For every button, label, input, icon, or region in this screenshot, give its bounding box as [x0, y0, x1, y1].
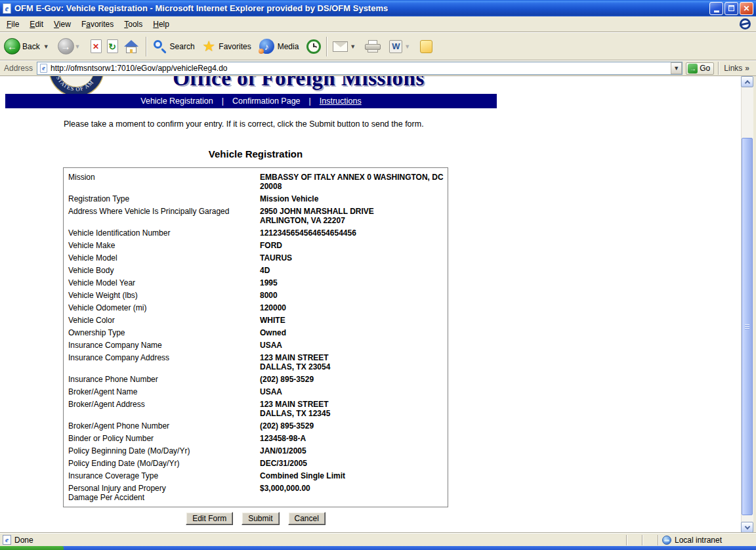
field-row: Insurance Company Address123 MAIN STREET… [64, 351, 448, 373]
address-dropdown-button[interactable]: ▼ [671, 62, 682, 74]
scroll-up-button[interactable] [741, 76, 753, 87]
mail-button[interactable]: ▼ [331, 41, 359, 52]
minimize-button[interactable] [709, 2, 723, 15]
edit-with-word-button[interactable]: W ▼ [388, 40, 413, 53]
field-row: Binder or Policy Number123458-98-A [64, 432, 448, 444]
menu-item-view[interactable]: View [49, 18, 76, 31]
scroll-down-button[interactable] [741, 522, 753, 533]
go-button[interactable]: → Go [686, 62, 714, 75]
status-pane [626, 535, 642, 545]
field-value: 123 MAIN STREET DALLAS, TX 12345 [260, 400, 448, 418]
field-row: Insurance Company NameUSAA [64, 339, 448, 351]
field-row: Insurance Phone Number(202) 895-3529 [64, 373, 448, 385]
print-button[interactable] [363, 40, 383, 53]
form-title: Vehicle Registration [63, 148, 448, 159]
refresh-button[interactable]: ↻ [104, 39, 121, 53]
field-label: Broker/Agent Phone Number [64, 421, 260, 431]
address-bar: Address e http://ofmsntsorw1:7010/eGov/a… [0, 60, 756, 76]
forward-dropdown-icon[interactable]: ▼ [75, 43, 81, 50]
menu-item-help[interactable]: Help [148, 18, 175, 31]
ie-app-icon: e [3, 3, 11, 14]
links-button[interactable]: Links » [718, 62, 753, 75]
page-content: STATES OF AM Office of Foreign Missions … [0, 76, 741, 533]
browser-window: e OFM E-Gov: Vehicle Registration - Micr… [0, 0, 756, 550]
mail-dropdown-icon[interactable]: ▼ [350, 43, 356, 50]
address-label: Address [4, 64, 33, 73]
field-row: Vehicle Weight (lbs)8000 [64, 289, 448, 301]
vertical-scrollbar[interactable] [741, 76, 753, 533]
field-value: (202) 895-3529 [260, 421, 448, 431]
close-icon: ✕ [743, 5, 749, 12]
field-row: Policy Beginning Date (Mo/Day/Yr)JAN/01/… [64, 444, 448, 457]
search-button[interactable]: Search [151, 39, 198, 54]
submit-button[interactable]: Submit [242, 512, 279, 525]
field-value: WHITE [260, 316, 448, 325]
edit-form-button[interactable]: Edit Form [186, 512, 233, 525]
menu-item-tools[interactable]: Tools [119, 18, 148, 31]
field-value: DEC/31/2005 [260, 459, 448, 468]
nav-separator: | [222, 96, 224, 106]
field-value: 123 MAIN STREET DALLAS, TX 23054 [260, 353, 448, 371]
scrollbar-thumb[interactable] [742, 138, 753, 515]
forward-button[interactable]: → ▼ [58, 38, 84, 54]
instruction-text: Please take a moment to confirm your ent… [64, 119, 424, 129]
field-label: Vehicle Weight (lbs) [64, 291, 260, 300]
field-row: Insurance Coverage TypeCombined Single L… [64, 469, 448, 482]
menu-bar: FileEditViewFavoritesToolsHelp [0, 16, 756, 32]
field-label: Broker/Agent Name [64, 387, 260, 396]
media-button[interactable]: ♪ Media [258, 39, 302, 54]
home-button[interactable] [121, 39, 142, 54]
favorites-label: Favorites [219, 42, 251, 51]
address-input[interactable]: e http://ofmsntsorw1:7010/eGov/app/vehic… [37, 62, 682, 75]
toolbar-separator [146, 37, 147, 56]
field-row: Broker/Agent NameUSAA [64, 385, 448, 398]
status-pane [642, 535, 658, 545]
field-value: USAA [260, 387, 448, 396]
go-label: Go [700, 64, 710, 73]
restore-button[interactable] [724, 2, 738, 15]
close-button[interactable]: ✕ [740, 2, 753, 15]
cancel-button[interactable]: Cancel [288, 512, 326, 525]
form-buttons: Edit FormSubmitCancel [63, 512, 448, 525]
field-row: Vehicle Identification Number12123456545… [64, 226, 448, 239]
messenger-button[interactable] [417, 40, 435, 53]
menu-item-file[interactable]: File [1, 18, 24, 31]
media-label: Media [278, 42, 299, 51]
links-chevron-icon: » [745, 64, 749, 73]
field-value: 1995 [260, 278, 448, 287]
field-row: Vehicle Odometer (mi)120000 [64, 301, 448, 314]
refresh-icon: ↻ [107, 39, 118, 53]
stop-button[interactable]: ✕ [88, 39, 104, 53]
nav-item-instructions[interactable]: Instructions [320, 96, 362, 106]
field-value: EMBASSY OF ITALY ANNEX 0 WASHINGTON, DC … [260, 173, 448, 191]
print-icon [365, 40, 381, 53]
back-dropdown-icon[interactable]: ▼ [43, 43, 49, 50]
field-label: Vehicle Make [64, 241, 260, 250]
back-button[interactable]: ← Back ▼ [4, 38, 52, 54]
page-icon: e [40, 64, 47, 73]
favorites-button[interactable]: ★ Favorites [201, 39, 254, 54]
field-row: Vehicle MakeFORD [64, 239, 448, 251]
form-table: MissionEMBASSY OF ITALY ANNEX 0 WASHINGT… [63, 167, 448, 507]
mail-icon [333, 41, 348, 52]
field-label: Insurance Coverage Type [64, 471, 260, 480]
back-icon: ← [4, 38, 20, 54]
menu-item-favorites[interactable]: Favorites [76, 18, 119, 31]
edit-dropdown-icon: ▼ [404, 43, 410, 50]
field-value: FORD [260, 241, 448, 250]
nav-item-vehicle-registration[interactable]: Vehicle Registration [140, 96, 213, 106]
field-row: MissionEMBASSY OF ITALY ANNEX 0 WASHINGT… [64, 171, 448, 192]
home-icon [123, 39, 139, 54]
search-icon [152, 39, 167, 54]
windows-taskbar-sliver[interactable] [0, 546, 756, 550]
menu-item-edit[interactable]: Edit [24, 18, 49, 31]
field-value: Mission Vehicle [260, 194, 448, 203]
favorites-star-icon: ★ [203, 39, 216, 54]
zone-label: Local intranet [675, 536, 722, 545]
history-button[interactable] [305, 39, 322, 54]
field-value: 1212345654564654654456 [260, 228, 448, 238]
start-button-sliver[interactable] [0, 546, 64, 550]
field-label: Ownership Type [64, 328, 260, 337]
field-label: Binder or Policy Number [64, 434, 260, 443]
nav-item-confirmation-page[interactable]: Confirmation Page [232, 96, 301, 106]
